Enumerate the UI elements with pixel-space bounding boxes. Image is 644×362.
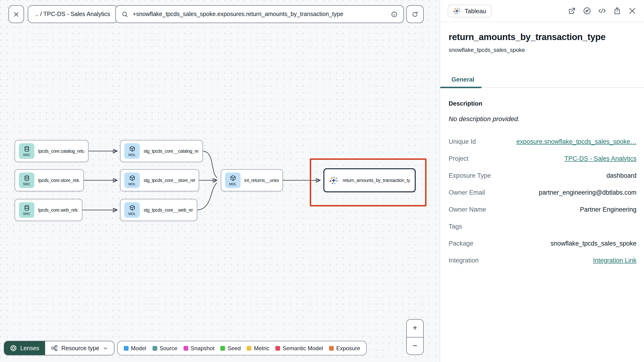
node-label: tpcds_core.store_returns: [38, 178, 80, 183]
cube-icon: [129, 175, 135, 181]
search-input[interactable]: +snowflake_tpcds_sales_spoke.exposures.r…: [133, 11, 343, 18]
legend-swatch: [152, 346, 157, 350]
legend-item-snapshot: Snapshot: [183, 345, 214, 351]
search-icon: [122, 11, 128, 18]
zoom-controls: + −: [406, 319, 424, 355]
source-badge: SRC: [19, 172, 34, 188]
close-graph-button[interactable]: [8, 5, 24, 23]
source-badge: SRC: [19, 202, 34, 218]
field-row-exposure-type: Exposure Type dashboard: [449, 167, 636, 184]
legend-item-metric: Metric: [247, 345, 269, 351]
node-label: stg_tpcds_core__catalog_returns: [144, 148, 199, 154]
node-label: stg_tpcds_core__web_returns: [144, 207, 193, 213]
tab-bar: General: [440, 75, 644, 88]
database-icon: [23, 204, 30, 211]
tableau-icon: [453, 7, 461, 15]
explore-button[interactable]: [583, 7, 591, 15]
close-panel-button[interactable]: [628, 7, 636, 15]
detail-fields: Unique Id exposure.snowflake_tpcds_sales…: [449, 133, 636, 269]
database-icon: [23, 175, 30, 181]
node-model-stg-store-returns[interactable]: MDL stg_tpcds_core__store_returns: [120, 169, 199, 191]
node-exposure-return-amounts-by-transaction-type[interactable]: return_amounts_by_transaction_type: [324, 168, 416, 192]
node-model-int-returns-unioned[interactable]: MDL int_returns__unioned: [221, 169, 283, 191]
field-row-package: Package snowflake_tpcds_sales_spoke: [449, 235, 636, 252]
zoom-in-button[interactable]: +: [407, 320, 423, 337]
field-row-owner-name: Owner Name Partner Engineering: [449, 201, 636, 218]
aperture-icon: [10, 344, 17, 352]
field-row-owner-email: Owner Email partner_engineering@dbtlabs.…: [449, 184, 636, 201]
field-row-tags: Tags: [449, 218, 636, 235]
info-icon[interactable]: [391, 11, 398, 18]
share-button[interactable]: [613, 7, 622, 15]
open-in-new-button[interactable]: [568, 7, 576, 15]
zoom-out-button[interactable]: −: [407, 337, 423, 354]
refresh-icon: [412, 11, 418, 18]
node-source-web-returns[interactable]: SRC tpcds_core.web_returns: [14, 199, 82, 221]
exposure-type-value: dashboard: [606, 172, 636, 179]
node-source-store-returns[interactable]: SRC tpcds_core.store_returns: [14, 169, 84, 191]
legend-swatch: [220, 346, 225, 350]
cube-icon: [230, 175, 236, 181]
integration-link[interactable]: Integration Link: [593, 257, 636, 264]
package-subtitle: snowflake_tpcds_sales_spoke: [449, 47, 636, 53]
database-icon: [23, 145, 30, 152]
tableau-icon: [329, 175, 338, 185]
legend: Model Source Snapshot Seed Metric Semant…: [117, 341, 367, 355]
lenses-label: Lenses: [20, 345, 39, 351]
model-badge: MDL: [124, 172, 140, 188]
legend-item-exposure: Exposure: [329, 345, 360, 351]
node-label: return_amounts_by_transaction_type: [343, 178, 410, 183]
node-source-catalog-returns[interactable]: SRC tpcds_core.catalog_returns: [14, 140, 88, 162]
package-value: snowflake_tpcds_sales_spoke: [550, 240, 636, 247]
project-link[interactable]: TPC-DS - Sales Analytics: [564, 155, 636, 162]
graph-controls: Lenses Resource type: [4, 341, 114, 355]
node-label: int_returns__unioned: [244, 178, 279, 183]
node-label: stg_tpcds_core__store_returns: [144, 178, 195, 183]
tab-general[interactable]: General: [440, 76, 482, 87]
node-label: tpcds_core.catalog_returns: [38, 148, 84, 154]
resource-type-label: Resource type: [62, 345, 99, 351]
field-row-integration: Integration Integration Link: [449, 252, 636, 269]
page-title: return_amounts_by_transaction_type: [449, 32, 636, 42]
legend-item-model: Model: [124, 345, 146, 351]
legend-item-source: Source: [152, 345, 177, 351]
cube-icon: [129, 145, 135, 152]
node-model-stg-web-returns[interactable]: MDL stg_tpcds_core__web_returns: [120, 199, 197, 221]
field-row-unique-id: Unique Id exposure.snowflake_tpcds_sales…: [449, 133, 636, 150]
description-value: No description provided.: [449, 115, 636, 123]
node-model-stg-catalog-returns[interactable]: MDL stg_tpcds_core__catalog_returns: [120, 140, 203, 162]
legend-swatch: [276, 346, 280, 350]
breadcrumb[interactable]: .. / TPC-DS - Sales Analytics: [28, 5, 118, 23]
unique-id-link[interactable]: exposure.snowflake_tpcds_sales_spoke…: [516, 138, 636, 145]
close-icon: [628, 7, 636, 15]
chevron-down-icon: [103, 345, 108, 351]
share-icon: [613, 7, 622, 15]
dbt-lineage-app: .. / TPC-DS - Sales Analytics +snowflake…: [0, 0, 644, 362]
integration-badge: Tableau: [448, 5, 491, 17]
legend-item-seed: Seed: [220, 345, 241, 351]
resource-type-dropdown[interactable]: Resource type: [45, 341, 114, 355]
lenses-button[interactable]: Lenses: [4, 341, 45, 355]
cube-icon: [129, 204, 135, 211]
breadcrumb-label: .. / TPC-DS - Sales Analytics: [35, 11, 110, 18]
lineage-canvas[interactable]: .. / TPC-DS - Sales Analytics +snowflake…: [0, 0, 440, 362]
view-code-button[interactable]: [598, 7, 606, 15]
legend-swatch: [124, 346, 128, 350]
refresh-button[interactable]: [406, 5, 424, 23]
field-row-project: Project TPC-DS - Sales Analytics: [449, 150, 636, 167]
compass-icon: [583, 7, 591, 15]
panel-actions: [568, 7, 636, 15]
legend-swatch: [183, 346, 188, 350]
model-badge: MDL: [124, 143, 140, 159]
owner-name-value: Partner Engineering: [580, 206, 636, 213]
search-box[interactable]: +snowflake_tpcds_sales_spoke.exposures.r…: [115, 5, 404, 23]
owner-email-value: partner_engineering@dbtlabs.com: [539, 189, 636, 196]
legend-swatch: [329, 346, 334, 350]
resource-hierarchy-icon: [51, 344, 58, 352]
model-badge: MDL: [124, 202, 140, 218]
details-panel: Tableau: [440, 0, 644, 362]
code-icon: [598, 7, 606, 15]
open-in-new-icon: [568, 7, 576, 15]
source-badge: SRC: [19, 143, 34, 159]
model-badge: MDL: [225, 172, 240, 188]
